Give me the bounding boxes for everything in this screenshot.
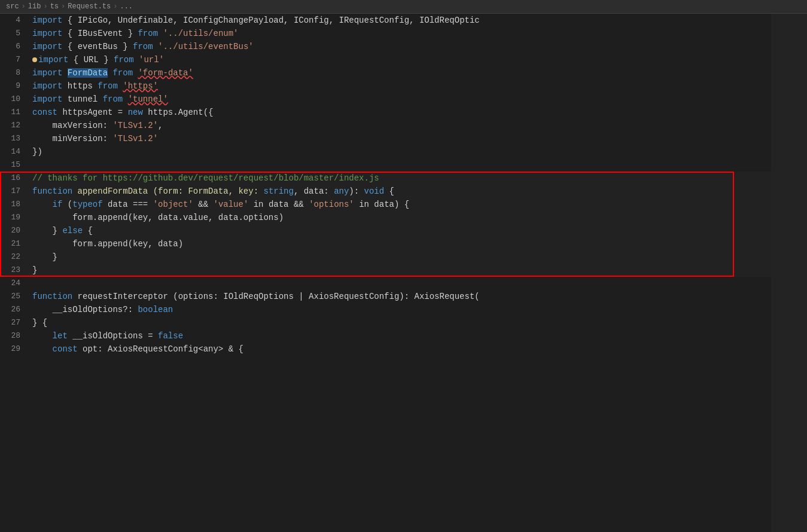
token: opt: AxiosRequestConfig<any> & { — [78, 344, 243, 354]
token: minVersion: — [32, 134, 112, 143]
token: { — [83, 226, 93, 236]
code-line: 20 } else { — [0, 224, 771, 237]
token: 'options' — [309, 200, 354, 209]
line-content: }) — [30, 145, 771, 158]
code-lines: 4import { IPicGo, Undefinable, IConfigCh… — [0, 14, 771, 532]
token: https://github.dev/request/request/blob/… — [103, 173, 379, 183]
token: https — [62, 81, 98, 91]
token — [123, 94, 127, 104]
line-number: 23 — [0, 264, 30, 277]
token: from — [133, 42, 153, 51]
line-number: 25 — [0, 290, 30, 303]
token: { IPicGo, Undefinable, IConfigChangePayl… — [62, 16, 479, 25]
token: const — [53, 344, 78, 354]
token: } — [32, 226, 62, 236]
token: ( — [62, 200, 72, 209]
token: , — [158, 121, 163, 130]
token: 'TLSv1.2' — [112, 134, 158, 143]
line-content: function requestInterceptor (options: IO… — [30, 290, 771, 303]
token: } — [32, 265, 37, 275]
token: data === — [103, 200, 153, 209]
code-line: 6import { eventBus } from '../utils/even… — [0, 40, 771, 53]
token: 'https' — [123, 81, 158, 91]
code-line: 7import { URL } from 'url' — [0, 53, 771, 66]
token: 'tunnel' — [128, 94, 168, 104]
token: string — [263, 186, 293, 196]
code-line: 18 if (typeof data === 'object' && 'valu… — [0, 198, 771, 211]
token — [32, 331, 53, 341]
line-number: 8 — [0, 66, 30, 80]
token: import — [32, 68, 62, 78]
token: '../utils/enum' — [163, 29, 238, 38]
token: maxVersion: — [32, 121, 112, 130]
line-content — [30, 158, 771, 172]
line-content: if (typeof data === 'object' && 'value' … — [30, 198, 771, 211]
token: { eventBus } — [62, 42, 133, 51]
token: form.append(key, data) — [32, 239, 183, 249]
line-content — [30, 277, 771, 290]
line-content: let __isOldOptions = false — [30, 329, 771, 343]
line-number: 6 — [0, 40, 30, 53]
code-area[interactable]: 4import { IPicGo, Undefinable, IConfigCh… — [0, 14, 807, 532]
token: FormData — [68, 68, 108, 78]
line-number: 29 — [0, 343, 30, 356]
line-content: import { eventBus } from '../utils/event… — [30, 40, 771, 53]
code-line: 12 maxVersion: 'TLSv1.2', — [0, 119, 771, 132]
token: from — [114, 55, 134, 65]
token: if — [53, 200, 63, 209]
line-content: const httpsAgent = new https.Agent({ — [30, 106, 771, 119]
token: boolean — [138, 305, 173, 314]
line-number: 18 — [0, 198, 30, 211]
line-content: import { URL } from 'url' — [30, 53, 771, 66]
line-number: 17 — [0, 185, 30, 198]
token — [32, 344, 53, 354]
code-line: 16// thanks for https://github.dev/reque… — [0, 172, 771, 185]
line-number: 28 — [0, 329, 30, 343]
token: 'TLSv1.2' — [112, 121, 158, 130]
breadcrumb-src: src — [6, 2, 19, 11]
line-content: import tunnel from 'tunnel' — [30, 93, 771, 106]
code-line: 28 let __isOldOptions = false — [0, 329, 771, 343]
line-number: 12 — [0, 119, 30, 132]
token — [62, 68, 67, 78]
token: tunnel — [62, 94, 102, 104]
token: { IBusEvent } — [62, 29, 138, 38]
token: import — [32, 81, 62, 91]
breadcrumb: src › lib › ts › Request.ts › ... — [0, 0, 807, 14]
token: import — [38, 55, 68, 65]
line-number: 19 — [0, 211, 30, 224]
breadcrumb-file: Request.ts — [68, 2, 111, 11]
token — [32, 200, 53, 209]
token: https.Agent({ — [143, 108, 214, 117]
code-line: 24 — [0, 277, 771, 290]
token: else — [62, 226, 83, 236]
line-content: __isOldOptions?: boolean — [30, 303, 771, 316]
line-content: const opt: AxiosRequestConfig<any> & { — [30, 343, 771, 356]
code-line: 26 __isOldOptions?: boolean — [0, 303, 771, 316]
token: import — [32, 29, 62, 38]
token: { — [384, 186, 394, 196]
line-content: import https from 'https' — [30, 80, 771, 93]
line-content: } else { — [30, 224, 771, 237]
line-number: 7 — [0, 53, 30, 66]
token: in data) { — [354, 200, 409, 209]
token: { URL } — [68, 55, 114, 65]
token: new — [128, 108, 143, 117]
code-line: 19 form.append(key, data.value, data.opt… — [0, 211, 771, 224]
line-number: 5 — [0, 27, 30, 40]
token: 'object' — [153, 200, 193, 209]
line-content: } { — [30, 316, 771, 329]
yellow-dot-icon — [32, 57, 37, 62]
code-line: 23} — [0, 264, 771, 277]
token: typeof — [72, 200, 102, 209]
line-content: import { IPicGo, Undefinable, IConfigCha… — [30, 14, 771, 27]
breadcrumb-ellipsis: ... — [120, 2, 133, 11]
line-content: form.append(key, data.value, data.option… — [30, 211, 771, 224]
line-number: 27 — [0, 316, 30, 329]
code-line: 22 } — [0, 250, 771, 264]
token: import — [32, 42, 62, 51]
token — [153, 42, 158, 51]
code-line: 27} { — [0, 316, 771, 329]
token — [118, 81, 123, 91]
token: function — [32, 292, 72, 301]
